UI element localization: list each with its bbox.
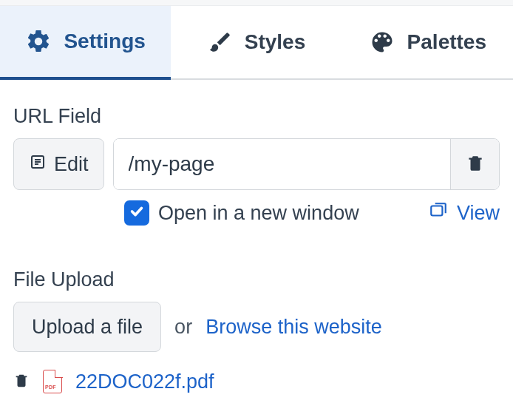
url-input-wrap	[113, 138, 500, 190]
open-new-window-label: Open in a new window	[158, 202, 359, 225]
or-text: or	[174, 316, 192, 339]
tab-styles-label: Styles	[245, 30, 306, 54]
pdf-file-icon: PDF	[43, 370, 62, 393]
tab-palettes[interactable]: Palettes	[342, 6, 513, 78]
url-input[interactable]	[114, 139, 450, 189]
tab-settings[interactable]: Settings	[0, 6, 171, 80]
clear-url-button[interactable]	[450, 139, 499, 189]
tab-styles[interactable]: Styles	[171, 6, 342, 78]
browse-website-link[interactable]: Browse this website	[205, 316, 382, 339]
uploaded-file-row: PDF 22DOC022f.pdf	[13, 370, 500, 393]
uploaded-file-link[interactable]: 22DOC022f.pdf	[75, 370, 214, 393]
palette-icon	[369, 29, 395, 55]
url-row: Edit	[13, 138, 500, 190]
edit-button-label: Edit	[54, 153, 89, 176]
tab-settings-label: Settings	[64, 30, 145, 53]
gear-icon	[25, 28, 52, 55]
upload-file-button[interactable]: Upload a file	[13, 302, 161, 352]
brush-icon	[208, 30, 233, 55]
top-strip	[0, 0, 513, 6]
tabs-bar: Settings Styles Palettes	[0, 6, 513, 80]
file-upload-row: Upload a file or Browse this website	[13, 302, 500, 352]
file-upload-label: File Upload	[13, 268, 500, 291]
check-icon	[129, 203, 145, 223]
tab-palettes-label: Palettes	[407, 30, 486, 54]
content-area: URL Field Edit Open in a new window	[0, 80, 513, 393]
window-icon	[427, 201, 449, 226]
svg-rect-4	[431, 206, 442, 215]
view-link-label: View	[457, 202, 500, 225]
delete-file-button[interactable]	[13, 370, 30, 393]
edit-button[interactable]: Edit	[13, 138, 104, 190]
file-upload-section: File Upload Upload a file or Browse this…	[13, 268, 500, 393]
open-new-window-checkbox-wrap: Open in a new window	[124, 200, 359, 226]
url-field-label: URL Field	[13, 105, 500, 128]
view-link[interactable]: View	[427, 201, 500, 226]
upload-file-button-label: Upload a file	[32, 316, 143, 339]
trash-icon	[466, 152, 485, 176]
open-new-window-checkbox[interactable]	[124, 200, 149, 226]
edit-list-icon	[29, 153, 47, 176]
url-under-row: Open in a new window View	[13, 200, 500, 226]
